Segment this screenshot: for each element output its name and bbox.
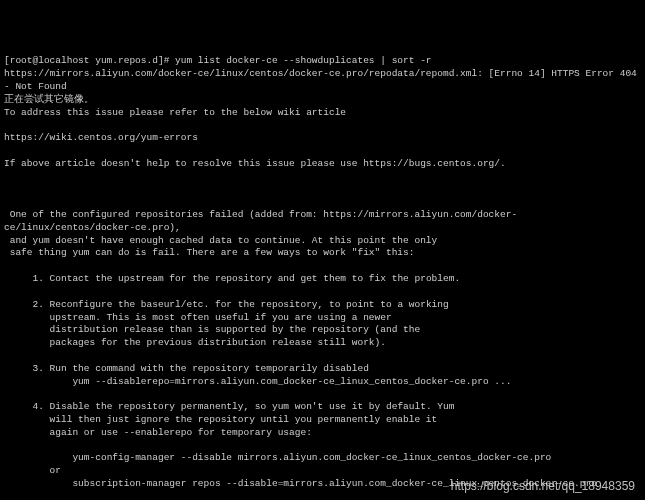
output-line: 正在尝试其它镜像。 [4,94,94,105]
output-line: safe thing yum can do is fail. There are… [4,247,414,258]
output-line: 3. Run the command with the repository t… [4,363,369,374]
output-line: distribution release than is supported b… [4,324,420,335]
output-line: 4. Disable the repository permanently, s… [4,401,454,412]
output-line: and yum doesn't have enough cached data … [4,235,437,246]
shell-prompt: [root@localhost yum.repos.d]# [4,55,175,66]
output-line: https://mirrors.aliyun.com/docker-ce/lin… [4,68,643,92]
terminal-output: [root@localhost yum.repos.d]# yum list d… [4,55,643,500]
output-line: To address this issue please refer to th… [4,107,346,118]
output-line: packages for the previous distribution r… [4,337,386,348]
output-line: will then just ignore the repository unt… [4,414,437,425]
output-line: upstream. This is most often useful if y… [4,312,392,323]
output-line: If above article doesn't help to resolve… [4,158,506,169]
output-line: https://wiki.centos.org/yum-errors [4,132,198,143]
output-line: One of the configured repositories faile… [4,209,517,233]
output-line: again or use --enablerepo for temporary … [4,427,312,438]
output-line: or [4,465,61,476]
command-text: yum list docker-ce --showduplicates | so… [175,55,432,66]
output-line: yum --disablerepo=mirrors.aliyun.com_doc… [4,376,511,387]
output-line: 2. Reconfigure the baseurl/etc. for the … [4,299,449,310]
output-line: yum-config-manager --disable mirrors.ali… [4,452,551,463]
watermark-text: https://blog.csdn.net/qq_18948359 [451,478,635,494]
output-line: 1. Contact the upstream for the reposito… [4,273,460,284]
